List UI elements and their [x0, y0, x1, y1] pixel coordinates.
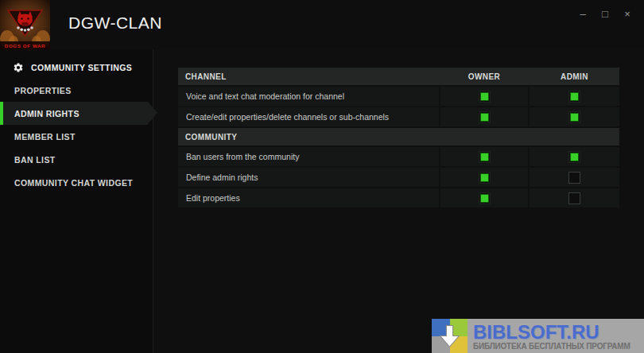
- sidebar-item-ban-list[interactable]: BAN LIST: [0, 148, 153, 171]
- permission-row-create-edit-properties-delete-channels-or-sub-channels: Create/edit properties/delete channels o…: [178, 107, 619, 126]
- clan-logo: DOGS OF WAR: [0, 0, 50, 50]
- sidebar-items: PROPERTIESADMIN RIGHTSMEMBER LISTBAN LIS…: [0, 79, 153, 194]
- sidebar-item-properties[interactable]: PROPERTIES: [0, 79, 153, 102]
- permission-label: Edit properties: [178, 188, 439, 208]
- admin-checkbox[interactable]: [568, 91, 580, 103]
- permission-row-ban-users-from-the-community: Ban users from the community: [178, 147, 619, 166]
- admin-checkbox-cell: [530, 147, 619, 166]
- body: COMMUNITY SETTINGS PROPERTIESADMIN RIGHT…: [0, 49, 644, 353]
- title-bar: DOGS OF WAR DGW-CLAN – □ ×: [0, 0, 644, 49]
- sidebar-item-community-chat-widget[interactable]: COMMUNITY CHAT WIDGET: [0, 171, 153, 194]
- sidebar-header-community-settings[interactable]: COMMUNITY SETTINGS: [0, 56, 153, 79]
- permission-row-edit-properties: Edit properties: [178, 188, 619, 208]
- section-title: CHANNEL: [178, 72, 439, 81]
- admin-checkbox[interactable]: [568, 111, 580, 123]
- minimize-button[interactable]: –: [576, 7, 590, 21]
- sidebar: COMMUNITY SETTINGS PROPERTIESADMIN RIGHT…: [0, 49, 153, 353]
- owner-checkbox-cell: [440, 168, 528, 187]
- watermark-subtitle: БИБЛИОТЕКА БЕСПЛАТНЫХ ПРОГРАММ: [473, 342, 630, 351]
- owner-checkbox[interactable]: [479, 91, 491, 103]
- owner-checkbox[interactable]: [479, 172, 491, 184]
- section-header-channel: CHANNELOWNERADMIN: [178, 68, 619, 85]
- permission-row-define-admin-rights: Define admin rights: [178, 168, 619, 187]
- admin-checkbox-cell: [530, 87, 619, 106]
- app-title: DGW-CLAN: [68, 14, 162, 33]
- admin-checkbox[interactable]: [568, 151, 580, 163]
- admin-checkbox-cell: [530, 188, 619, 208]
- column-header-admin: ADMIN: [530, 72, 619, 81]
- owner-checkbox[interactable]: [479, 192, 491, 204]
- admin-checkbox-cell: [530, 168, 619, 187]
- sidebar-header-label: COMMUNITY SETTINGS: [31, 63, 132, 72]
- section-title: COMMUNITY: [178, 133, 439, 142]
- permission-label: Define admin rights: [178, 168, 439, 187]
- owner-checkbox-cell: [440, 107, 528, 126]
- permission-label: Create/edit properties/delete channels o…: [178, 107, 439, 126]
- content: CHANNELOWNERADMINVoice and text chat mod…: [153, 49, 644, 353]
- permission-label: Voice and text chat moderation for chann…: [178, 87, 439, 106]
- permission-row-voice-and-text-chat-moderation-for-channel: Voice and text chat moderation for chann…: [178, 87, 619, 106]
- owner-checkbox[interactable]: [479, 111, 491, 123]
- owner-checkbox-cell: [440, 147, 528, 166]
- owner-checkbox-cell: [440, 87, 528, 106]
- app-window: DOGS OF WAR DGW-CLAN – □ × COMMUNITY SET…: [0, 0, 644, 353]
- sidebar-item-admin-rights[interactable]: ADMIN RIGHTS: [0, 102, 148, 125]
- clan-logo-text: DOGS OF WAR: [5, 43, 45, 48]
- maximize-button[interactable]: □: [598, 7, 612, 21]
- watermark-text: BIBLSOFT.RU БИБЛИОТЕКА БЕСПЛАТНЫХ ПРОГРА…: [467, 322, 630, 351]
- owner-checkbox-cell: [440, 188, 528, 208]
- admin-checkbox[interactable]: [568, 192, 580, 204]
- permission-label: Ban users from the community: [178, 147, 439, 166]
- section-header-community: COMMUNITY: [178, 128, 619, 145]
- column-header-owner: OWNER: [440, 72, 528, 81]
- owner-checkbox[interactable]: [479, 151, 491, 163]
- sidebar-item-member-list[interactable]: MEMBER LIST: [0, 125, 153, 148]
- admin-checkbox[interactable]: [568, 172, 580, 184]
- watermark-logo: [432, 319, 467, 353]
- watermark-title: BIBLSOFT.RU: [473, 322, 630, 342]
- download-arrow-icon: [436, 320, 463, 351]
- gear-icon: [13, 62, 24, 73]
- permissions-table: CHANNELOWNERADMINVoice and text chat mod…: [178, 68, 619, 209]
- watermark: BIBLSOFT.RU БИБЛИОТЕКА БЕСПЛАТНЫХ ПРОГРА…: [432, 319, 644, 353]
- admin-checkbox-cell: [530, 107, 619, 126]
- close-button[interactable]: ×: [620, 7, 634, 21]
- window-controls: – □ ×: [576, 7, 634, 21]
